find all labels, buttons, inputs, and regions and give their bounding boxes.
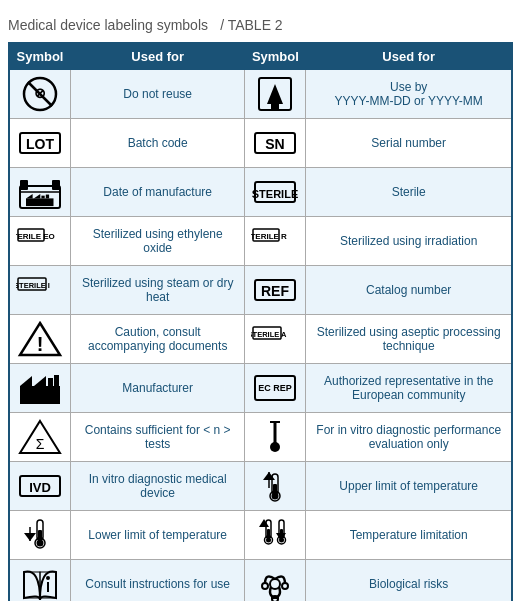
- symbol-do-not-reuse: ⊘: [9, 70, 71, 119]
- svg-rect-12: [52, 180, 60, 190]
- symbol-temp-limitation: [245, 511, 306, 560]
- svg-text:STERILE R: STERILE R: [251, 232, 287, 241]
- used-for-sn: Serial number: [306, 119, 512, 168]
- svg-point-74: [282, 583, 288, 589]
- used-for-bio-risks: Biological risks: [306, 560, 512, 602]
- svg-rect-72: [47, 582, 49, 592]
- used-for-consult-instructions: Consult instructions for use: [71, 560, 245, 602]
- used-for-sterile-eo: Sterilized using ethylene oxide: [71, 217, 245, 266]
- svg-rect-37: [54, 375, 59, 386]
- symbol-date-manufacture: [9, 168, 71, 217]
- used-for-lot: Batch code: [71, 119, 245, 168]
- subtitle-text: / TABLE 2: [220, 17, 283, 33]
- symbol-contains-n: Σ: [9, 413, 71, 462]
- main-container: Medical device labeling symbols / TABLE …: [0, 0, 521, 601]
- table-row: Manufacturer EC REP Authorized represent…: [9, 364, 512, 413]
- symbol-lower-temp: [9, 511, 71, 560]
- svg-text:IVD: IVD: [29, 480, 51, 495]
- svg-point-56: [37, 540, 44, 547]
- title-text: Medical device labeling symbols: [8, 17, 208, 33]
- used-for-sterile-steam: Sterilized using steam or dry heat: [71, 266, 245, 315]
- symbol-caution: !: [9, 315, 71, 364]
- svg-text:⊘: ⊘: [34, 85, 46, 101]
- used-for-ref: Catalog number: [306, 266, 512, 315]
- svg-marker-16: [34, 194, 41, 198]
- svg-marker-4: [267, 84, 283, 104]
- svg-point-75: [262, 583, 268, 589]
- used-for-ivd: In vitro diagnostic medical device: [71, 462, 245, 511]
- header-usedfor1: Used for: [71, 43, 245, 70]
- symbol-use-by: [245, 70, 306, 119]
- symbol-ivd: IVD: [9, 462, 71, 511]
- svg-text:LOT: LOT: [26, 136, 54, 152]
- header-symbol2: Symbol: [245, 43, 306, 70]
- svg-text:Σ: Σ: [36, 436, 45, 452]
- svg-rect-11: [20, 180, 28, 190]
- table-header-row: Symbol Used for Symbol Used for: [9, 43, 512, 70]
- used-for-do-not-reuse: Do not reuse: [71, 70, 245, 119]
- svg-point-43: [270, 442, 280, 452]
- used-for-date-manufacture: Date of manufacture: [71, 168, 245, 217]
- symbol-sterile-a: STERILE A: [245, 315, 306, 364]
- svg-rect-36: [48, 378, 53, 386]
- svg-point-71: [46, 576, 50, 580]
- symbol-upper-temp: [245, 462, 306, 511]
- svg-point-50: [272, 493, 279, 500]
- used-for-caution: Caution, consult accompanying documents: [71, 315, 245, 364]
- svg-marker-34: [20, 376, 32, 386]
- symbol-consult-instructions: [9, 560, 71, 602]
- table-row: Lower limit of temperature Temperature l…: [9, 511, 512, 560]
- symbol-manufacturer: [9, 364, 71, 413]
- table-row: Σ Contains sufficient for < n > tests Fo…: [9, 413, 512, 462]
- table-row: IVD In vitro diagnostic medical device U…: [9, 462, 512, 511]
- header-symbol1: Symbol: [9, 43, 71, 70]
- symbol-sterile-r: STERILE R: [245, 217, 306, 266]
- svg-text:!: !: [37, 333, 44, 355]
- svg-rect-17: [41, 196, 44, 199]
- table-row: ⊘ Do not reuse Use by YYYY-MM-DD or YYYY…: [9, 70, 512, 119]
- symbol-sterile: STERILE: [245, 168, 306, 217]
- svg-text:EC REP: EC REP: [259, 383, 293, 393]
- used-for-use-by: Use by YYYY-MM-DD or YYYY-MM: [306, 70, 512, 119]
- svg-text:STERILE I: STERILE I: [16, 281, 50, 290]
- symbol-ref: REF: [245, 266, 306, 315]
- table-row: STERILE I Sterilized using steam or dry …: [9, 266, 512, 315]
- svg-text:SN: SN: [266, 136, 285, 152]
- used-for-sterile-a: Sterilized using aseptic processing tech…: [306, 315, 512, 364]
- svg-rect-5: [271, 104, 279, 109]
- symbol-bio-risks: [245, 560, 306, 602]
- svg-marker-35: [34, 376, 46, 386]
- used-for-contains-n: Contains sufficient for < n > tests: [71, 413, 245, 462]
- table-row: ! Caution, consult accompanying document…: [9, 315, 512, 364]
- used-for-sterile-r: Sterilized using irradiation: [306, 217, 512, 266]
- symbol-lot: LOT: [9, 119, 71, 168]
- symbol-sn: SN: [245, 119, 306, 168]
- symbol-ivd-performance: [245, 413, 306, 462]
- symbol-sterile-eo: STERILE EO: [9, 217, 71, 266]
- used-for-sterile: Sterile: [306, 168, 512, 217]
- header-usedfor2: Used for: [306, 43, 512, 70]
- used-for-ivd-performance: For in vitro diagnostic performance eval…: [306, 413, 512, 462]
- used-for-lower-temp: Lower limit of temperature: [71, 511, 245, 560]
- table-row: Date of manufacture STERILE Sterile: [9, 168, 512, 217]
- svg-marker-15: [26, 194, 33, 198]
- symbol-ec-rep: EC REP: [245, 364, 306, 413]
- table-body: ⊘ Do not reuse Use by YYYY-MM-DD or YYYY…: [9, 70, 512, 602]
- symbols-table: Symbol Used for Symbol Used for ⊘ Do not…: [8, 42, 513, 601]
- table-row: STERILE EO Sterilized using ethylene oxi…: [9, 217, 512, 266]
- used-for-manufacturer: Manufacturer: [71, 364, 245, 413]
- svg-text:STERILE: STERILE: [252, 188, 298, 200]
- svg-rect-33: [20, 386, 60, 404]
- svg-text:STERILE A: STERILE A: [251, 330, 287, 339]
- used-for-temp-limitation: Temperature limitation: [306, 511, 512, 560]
- svg-text:STERILE EO: STERILE EO: [16, 232, 55, 241]
- used-for-upper-temp: Upper limit of temperature: [306, 462, 512, 511]
- table-row: Consult instructions for use Biological …: [9, 560, 512, 602]
- svg-rect-18: [46, 195, 49, 199]
- used-for-ec-rep: Authorized representative in the Europea…: [306, 364, 512, 413]
- svg-rect-62: [267, 529, 270, 540]
- svg-rect-14: [26, 198, 54, 206]
- table-row: LOT Batch code SN Serial number: [9, 119, 512, 168]
- svg-rect-69: [24, 572, 40, 598]
- svg-text:REF: REF: [261, 283, 289, 299]
